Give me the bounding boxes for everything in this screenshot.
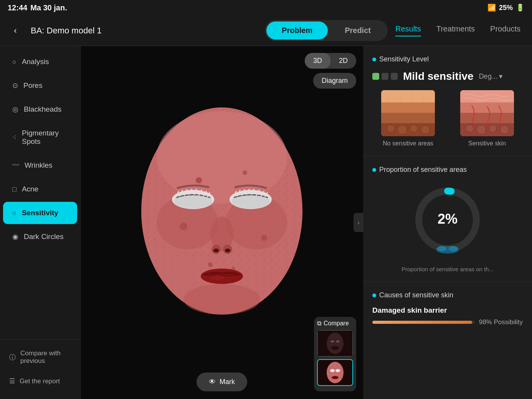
causes-dot [372,293,376,297]
sidebar-spacer [0,249,80,339]
svg-point-31 [331,346,339,350]
sidebar-item-analysis[interactable]: ○ Analysis [3,51,77,73]
svg-point-63 [437,246,446,251]
svg-point-16 [210,275,224,280]
sidebar-item-pores[interactable]: ⊙ Pores [3,74,77,97]
sidebar-label-sensitivity: Sensitivity [22,209,58,217]
compare-panel-label: ⧉ Compare [317,320,353,327]
sidebar-item-pigmentary[interactable]: ⁖ Pigmentary Spots [3,122,77,153]
sidebar-label-pores: Pores [23,81,43,90]
date: Ma 30 jan. [30,3,67,12]
sidebar-bottom: ⓘ Compare with previous ☰ Get the report [0,339,80,395]
mark-label: Mark [220,378,235,386]
compare-thumb-2[interactable] [317,359,353,386]
view-2d-btn[interactable]: 2D [330,53,356,69]
page-title: BA: Demo model 1 [31,26,257,36]
darkcircles-icon: ◉ [12,232,18,241]
cause-bar-row-0: 98% Possibility [372,318,523,326]
svg-point-18 [196,177,202,183]
predict-toggle-btn[interactable]: Predict [329,21,386,40]
skin-sensitive-svg [460,90,514,136]
level-dot-3 [391,73,398,80]
report-label: Get the report [20,378,60,385]
svg-rect-39 [381,102,435,114]
svg-point-57 [489,125,497,132]
sidebar-item-acne[interactable]: □ Acne [3,178,77,200]
mode-toggle: Problem Predict [265,20,388,41]
sidebar-label-acne: Acne [22,185,38,193]
get-report-btn[interactable]: ☰ Get the report [0,371,80,391]
sensitive-skin-label: Sensitive skin [468,140,506,147]
sidebar-item-darkcircles[interactable]: ◉ Dark Circles [3,226,77,248]
pores-icon: ⊙ [12,81,18,90]
compare-thumb-1[interactable] [317,330,353,357]
tab-products[interactable]: Products [490,25,520,36]
svg-point-47 [398,125,407,134]
sidebar-label-darkcircles: Dark Circles [24,232,63,241]
svg-point-35 [335,369,340,372]
top-right-tabs: Results Treatments Products [395,25,524,36]
cause-percentage-0: 98% Possibility [479,318,523,326]
collapse-panel-btn[interactable]: › [354,213,363,232]
proportion-description: Proportion of sensitive areas on th... [372,266,523,272]
view-3d-btn[interactable]: 3D [305,53,330,69]
causes-title: Causes of sensitive skin [372,291,523,299]
svg-rect-40 [381,113,435,124]
face-svg [122,92,322,353]
proportion-title: Proportion of sensitive areas [372,166,523,174]
svg-point-10 [225,249,230,252]
sidebar-item-wrinkles[interactable]: 〰 Wrinkles [3,154,77,176]
section-dot [372,58,376,61]
no-sensitive-label: No sensitive areas [383,140,433,147]
svg-point-64 [449,246,458,251]
compare-with-previous-btn[interactable]: ⓘ Compare with previous [0,343,80,371]
mark-icon: 👁 [209,378,216,386]
right-panel: Sensitivity Level Mild sensitive Deg... … [363,46,532,399]
sensitivity-deg-dropdown[interactable]: Deg... ▾ [479,72,502,81]
back-button[interactable]: ‹ [8,23,23,38]
sidebar-label-pigmentary: Pigmentary Spots [22,129,68,146]
proportion-section: Proportion of sensitive areas [363,157,532,282]
mark-button[interactable]: 👁 Mark [197,373,247,391]
sidebar-label-wrinkles: Wrinkles [25,161,53,170]
svg-point-19 [243,170,247,175]
top-nav: ‹ BA: Demo model 1 Problem Predict Resul… [0,15,532,46]
skin-normal-svg [381,90,435,136]
cause-bar-bg-0 [372,321,474,324]
svg-rect-52 [460,102,514,114]
svg-point-34 [330,369,335,372]
level-dots [372,73,398,80]
problem-toggle-btn[interactable]: Problem [266,21,328,40]
no-sensitive-image [381,90,435,136]
sensitive-skin-block: Sensitive skin [451,90,523,147]
svg-point-9 [213,249,219,252]
compare-panel-icon: ⧉ [317,320,321,327]
svg-point-48 [410,125,418,132]
sidebar-label-blackheads: Blackheads [24,105,61,114]
sidebar: ○ Analysis ⊙ Pores ◎ Blackheads ⁖ Pigmen… [0,46,81,399]
sidebar-item-sensitivity[interactable]: ○ Sensitivity [3,202,77,224]
thumb-face-pink-svg [318,360,352,385]
pigmentary-icon: ⁖ [12,133,17,142]
skin-images-row: No sensitive areas [372,90,523,147]
tab-treatments[interactable]: Treatments [436,25,475,36]
cause-name-0: Damaged skin barrier [372,306,523,315]
compare-label: Compare with previous [20,350,71,365]
battery-icon: 🔋 [516,3,524,12]
svg-text:2%: 2% [438,211,458,227]
diagram-btn[interactable]: Diagram [313,73,356,89]
sidebar-item-blackheads[interactable]: ◎ Blackheads [3,98,77,120]
svg-point-55 [466,125,474,132]
face-3d-render [122,92,322,353]
time: 12:44 [8,3,27,12]
chevron-down-icon: ▾ [499,72,502,81]
donut-svg: 2% [409,181,486,258]
cause-bar-fill-0 [372,321,472,324]
svg-rect-53 [460,113,514,124]
status-bar: 12:44 Ma 30 jan. 📶 25% 🔋 [0,0,532,15]
no-sensitive-block: No sensitive areas [372,90,444,147]
donut-chart: 2% [372,181,523,258]
svg-point-17 [183,284,260,315]
acne-icon: □ [12,185,17,193]
tab-results[interactable]: Results [395,25,421,36]
